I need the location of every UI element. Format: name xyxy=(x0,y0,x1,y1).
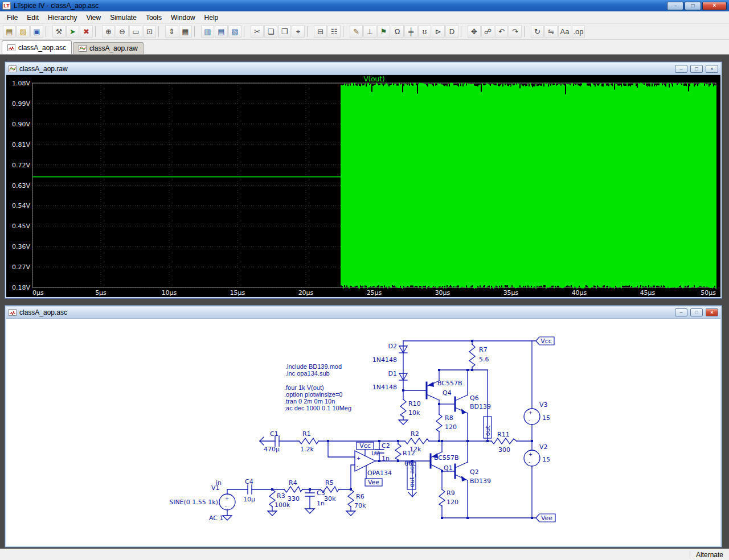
tab-waveform[interactable]: classA_aop.raw xyxy=(73,42,144,54)
schematic-window-titlebar[interactable]: classA_aop.asc – □ × xyxy=(6,307,720,319)
component-c1[interactable]: C1 470µ xyxy=(264,430,280,453)
save-button[interactable]: ▣ xyxy=(30,25,43,38)
draw-wire-button[interactable]: ✎ xyxy=(350,25,363,38)
paste-button[interactable]: ❐ xyxy=(278,25,291,38)
close-button[interactable]: × xyxy=(702,2,727,10)
component-d1[interactable]: D1 1N4148 xyxy=(372,370,407,391)
component-label: D1 xyxy=(388,370,397,377)
tile-horizontal-button[interactable]: ▤ xyxy=(215,25,228,38)
spice-directive-button[interactable]: .op xyxy=(572,25,585,38)
plot-area[interactable]: 0µs5µs10µs15µs20µs25µs30µs35µs40µs45µs50… xyxy=(6,75,720,297)
component-value: 470µ xyxy=(264,446,280,453)
net-label-button[interactable]: ⚑ xyxy=(377,25,390,38)
component-r7[interactable]: R7 5.6 xyxy=(469,344,489,367)
rotate-button[interactable]: ↻ xyxy=(531,25,544,38)
net-flag-out-aop[interactable]: out_aop xyxy=(407,462,416,497)
cascade-windows-button[interactable]: ▧ xyxy=(228,25,241,38)
schematic-minimize-button[interactable]: – xyxy=(675,308,687,316)
component-r11[interactable]: R11 300 xyxy=(492,431,517,454)
zoom-full-extents-button[interactable]: ⊡ xyxy=(143,25,156,38)
net-label-in[interactable]: in xyxy=(216,479,222,487)
schematic-drawing[interactable]: D2 1N4148 D1 1N4148 R10 10k R7 5 xyxy=(6,319,720,546)
menu-item[interactable]: View xyxy=(81,12,105,23)
zoom-in-button[interactable]: ⊕ xyxy=(102,25,115,38)
component-v3[interactable]: + - V3 15 xyxy=(524,401,550,425)
menu-item[interactable]: Help xyxy=(200,12,223,23)
mirror-button[interactable]: ⇋ xyxy=(544,25,558,38)
print-button[interactable]: ☷ xyxy=(327,25,341,38)
schematic-canvas[interactable]: .include BD139.mod.inc opa134.sub .four … xyxy=(6,319,720,546)
halt-button[interactable]: ✖ xyxy=(80,25,93,38)
find-button[interactable]: ⌖ xyxy=(292,25,305,38)
net-flag-vee-rail[interactable]: Vee xyxy=(536,514,555,522)
minimize-button[interactable]: – xyxy=(667,2,683,10)
component-q6[interactable]: Q6 BD139 xyxy=(455,394,491,414)
text-button[interactable]: Aa xyxy=(558,25,571,38)
undo-button[interactable]: ↶ xyxy=(495,25,508,38)
waveform-plot[interactable]: 0µs5µs10µs15µs20µs25µs30µs35µs40µs45µs50… xyxy=(6,75,720,297)
new-schematic-button[interactable]: ▤ xyxy=(3,25,16,38)
zoom-area-button[interactable]: ▭ xyxy=(129,25,142,38)
waveform-close-button[interactable]: × xyxy=(706,65,718,73)
component-value: BC557B xyxy=(434,454,459,462)
place-diode-button[interactable]: ⊳ xyxy=(432,25,445,38)
schematic-close-button[interactable]: × xyxy=(706,308,718,316)
open-file-button[interactable]: ▨ xyxy=(17,25,30,38)
drag-button[interactable]: ☍ xyxy=(481,25,494,38)
waveform-maximize-button[interactable]: □ xyxy=(690,65,703,73)
menu-item[interactable]: Window xyxy=(166,12,200,23)
titlebar[interactable]: LT LTspice IV - classA_aop.asc – □ × xyxy=(0,0,729,11)
place-resistor-button[interactable]: Ω xyxy=(391,25,404,38)
place-ground-button[interactable]: ⊥ xyxy=(363,25,376,38)
spice-directives-include[interactable]: .include BD139.mod.inc opa134.sub xyxy=(285,363,342,377)
control-panel-button[interactable]: ⚒ xyxy=(52,25,65,38)
tile-vertical-button[interactable]: ▥ xyxy=(201,25,214,38)
place-component-button[interactable]: D xyxy=(445,25,458,38)
component-value: 1.2k xyxy=(300,446,314,453)
run-button[interactable]: ➤ xyxy=(66,25,79,38)
menu-item[interactable]: Hierarchy xyxy=(43,12,81,23)
component-r9[interactable]: R9 120 xyxy=(439,489,458,506)
print-preview-button[interactable]: ⊟ xyxy=(314,25,327,38)
cut-button[interactable]: ✂ xyxy=(251,25,264,38)
waveform-window-titlebar[interactable]: classA_aop.raw – □ × xyxy=(6,63,720,75)
component-value: 10k xyxy=(408,409,420,417)
toolbar-icon: ▦ xyxy=(182,28,189,35)
toolbar-icon: ▭ xyxy=(132,28,139,35)
x-tick-label: 50µs xyxy=(701,289,716,297)
component-r6[interactable]: R6 70k xyxy=(348,489,366,509)
place-inductor-button[interactable]: ʊ xyxy=(418,25,431,38)
component-label: Q4 xyxy=(443,389,452,397)
component-label: R4 xyxy=(289,479,297,487)
autorange-button[interactable]: ⇕ xyxy=(165,25,178,38)
place-capacitor-button[interactable]: ╪ xyxy=(404,25,417,38)
component-r8[interactable]: R8 120 xyxy=(436,414,457,431)
waveform-minimize-button[interactable]: – xyxy=(675,65,687,73)
component-d2[interactable]: D2 1N4148 xyxy=(372,343,407,364)
component-r10[interactable]: R10 10k xyxy=(400,400,421,417)
maximize-button[interactable]: □ xyxy=(685,2,701,10)
grid-button[interactable]: ▦ xyxy=(179,25,192,38)
component-r1[interactable]: R1 1.2k xyxy=(299,430,318,453)
component-c4[interactable]: C4 10µ xyxy=(243,478,255,503)
menu-item[interactable]: Simulate xyxy=(105,12,141,23)
menu-item[interactable]: Edit xyxy=(22,12,43,23)
component-v2[interactable]: + - V2 15 xyxy=(524,443,550,466)
schematic-maximize-button[interactable]: □ xyxy=(690,308,703,316)
net-flag-vcc-rail[interactable]: Vcc xyxy=(536,337,554,345)
menu-item[interactable]: Tools xyxy=(141,12,166,23)
spice-directives-simulation[interactable]: .four 1k V(out).option plotwinsize=0.tra… xyxy=(284,384,351,411)
component-q2[interactable]: Q2 BD139 xyxy=(455,462,491,485)
redo-button[interactable]: ↷ xyxy=(509,25,522,38)
menu-item[interactable]: File xyxy=(2,12,22,23)
toolbar-separator xyxy=(95,26,100,37)
zoom-out-button[interactable]: ⊖ xyxy=(116,25,129,38)
component-v1[interactable]: + - V1 SINE(0 1.55 1k) AC 1 xyxy=(169,484,235,522)
copy-button[interactable]: ❏ xyxy=(264,25,277,38)
component-c3[interactable]: C3 1n xyxy=(305,489,325,507)
component-q4[interactable]: BC557B Q4 xyxy=(427,380,462,400)
toolbar-icon: ▣ xyxy=(33,28,40,35)
component-r4[interactable]: R4 330 xyxy=(284,479,302,503)
move-button[interactable]: ✥ xyxy=(468,25,481,38)
tab-schematic[interactable]: classA_aop.asc xyxy=(2,40,72,54)
